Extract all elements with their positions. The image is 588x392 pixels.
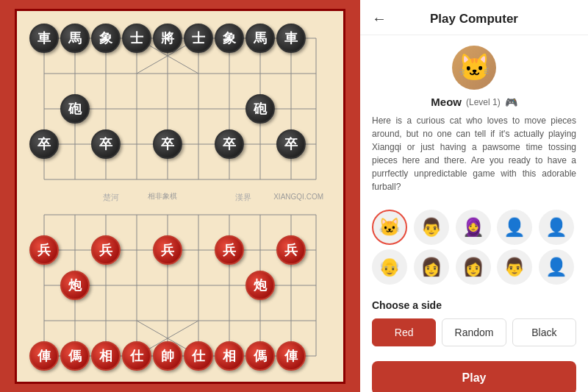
red-piece[interactable]: 帥: [153, 341, 182, 371]
choose-side-section: Choose a side RedRandomBlack: [360, 291, 588, 352]
watermark-right: XIANGQI.COM: [273, 192, 323, 200]
board-panel: 楚河 漢界 車馬象士將士象馬車砲砲卒卒卒卒卒兵兵兵兵兵炮炮俥傌相仕帥仕相傌俥 相…: [0, 0, 360, 392]
avatar-item-cat[interactable]: 🐱: [372, 210, 407, 245]
panel-title: Play Computer: [394, 12, 554, 26]
red-piece[interactable]: 炮: [60, 271, 90, 300]
avatar-item-woman2[interactable]: 👩: [456, 249, 491, 285]
side-btn-random[interactable]: Random: [442, 318, 506, 346]
red-piece[interactable]: 仕: [122, 341, 151, 371]
opponent-section: 🐱 Meow (Level 1) 🎮 Here is a curious cat…: [360, 35, 588, 204]
black-piece[interactable]: 士: [184, 24, 213, 53]
black-piece[interactable]: 車: [276, 24, 306, 53]
black-piece[interactable]: 將: [153, 24, 182, 53]
choose-side-label: Choose a side: [372, 299, 576, 311]
avatar-item-man4[interactable]: 👴: [372, 249, 407, 285]
avatar-item-man6[interactable]: 👤: [539, 249, 574, 285]
avatar-item-woman1[interactable]: 👩: [414, 249, 449, 285]
red-piece[interactable]: 炮: [245, 271, 275, 300]
black-piece[interactable]: 車: [29, 24, 59, 53]
black-piece[interactable]: 卒: [276, 129, 306, 159]
red-piece[interactable]: 仕: [184, 341, 213, 371]
opponent-level: (Level 1): [466, 97, 501, 107]
right-panel: ← Play Computer 🐱 Meow (Level 1) 🎮 Here …: [360, 0, 588, 392]
side-buttons: RedRandomBlack: [372, 318, 576, 346]
side-btn-black[interactable]: Black: [512, 318, 576, 346]
black-piece[interactable]: 砲: [245, 94, 275, 124]
board-inner: 楚河 漢界 車馬象士將士象馬車砲砲卒卒卒卒卒兵兵兵兵兵炮炮俥傌相仕帥仕相傌俥 相…: [29, 21, 331, 371]
black-piece[interactable]: 卒: [153, 129, 182, 159]
black-piece[interactable]: 象: [91, 24, 121, 53]
red-piece[interactable]: 傌: [245, 341, 275, 371]
opponent-name-row: Meow (Level 1) 🎮: [431, 96, 517, 108]
avatar-item-man3[interactable]: 👤: [539, 210, 574, 245]
avatar-item-man2[interactable]: 👤: [497, 210, 532, 245]
black-piece[interactable]: 馬: [60, 24, 90, 53]
red-piece[interactable]: 兵: [215, 235, 244, 265]
black-piece[interactable]: 象: [215, 24, 244, 53]
red-piece[interactable]: 兵: [91, 235, 121, 265]
red-piece[interactable]: 俥: [276, 341, 306, 371]
board-container: 楚河 漢界 車馬象士將士象馬車砲砲卒卒卒卒卒兵兵兵兵兵炮炮俥傌相仕帥仕相傌俥 相…: [15, 9, 345, 384]
black-piece[interactable]: 馬: [245, 24, 275, 53]
black-piece[interactable]: 卒: [91, 129, 121, 159]
red-piece[interactable]: 相: [91, 341, 121, 371]
avatar-item-man1[interactable]: 👨: [414, 210, 449, 245]
right-header: ← Play Computer: [360, 0, 588, 35]
watermark-left: 相非象棋: [148, 191, 177, 202]
play-button[interactable]: Play: [372, 361, 576, 392]
avatar-grid: 🐱👨🧕👤👤👴👩👩👨👤: [360, 204, 588, 291]
red-piece[interactable]: 俥: [29, 341, 59, 371]
black-piece[interactable]: 卒: [215, 129, 244, 159]
back-button[interactable]: ←: [372, 10, 387, 27]
opponent-description: Here is a curious cat who loves to move …: [372, 114, 576, 193]
opponent-avatar: 🐱: [452, 46, 496, 90]
play-section: Play: [360, 352, 588, 392]
red-piece[interactable]: 相: [215, 341, 244, 371]
red-piece[interactable]: 兵: [276, 235, 306, 265]
red-piece[interactable]: 兵: [29, 235, 59, 265]
red-piece[interactable]: 兵: [153, 235, 182, 265]
black-piece[interactable]: 士: [122, 24, 151, 53]
opponent-name: Meow: [431, 96, 462, 108]
avatar-item-man5[interactable]: 👨: [497, 249, 532, 285]
avatar-item-woman-hijab[interactable]: 🧕: [456, 210, 491, 245]
black-piece[interactable]: 卒: [29, 129, 59, 159]
side-btn-red[interactable]: Red: [372, 318, 436, 346]
flag-icon: 🎮: [505, 96, 517, 108]
red-piece[interactable]: 傌: [60, 341, 90, 371]
black-piece[interactable]: 砲: [60, 94, 90, 124]
